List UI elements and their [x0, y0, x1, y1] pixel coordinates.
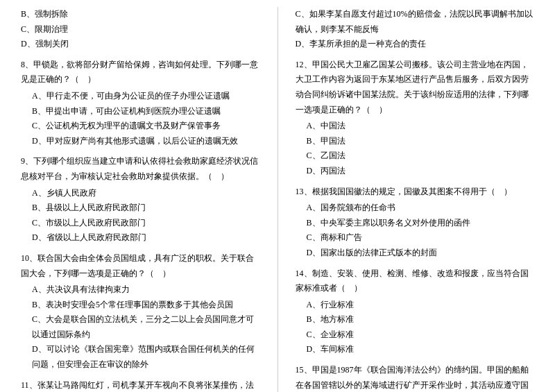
q10-optionD: D、可以讨论《联合国宪章》范围内或联合国任何机关的任何问题，但安理会正在审议的除… — [32, 342, 260, 372]
option-d-right: D、李某所承担的是一种克合的责任 — [296, 37, 535, 52]
q9-optionA: A、乡镇人民政府 — [32, 186, 260, 201]
q-bc-block: B、强制拆除 C、限期治理 D、强制关闭 — [21, 7, 260, 52]
q12-optionB: B、甲国法 — [307, 134, 535, 149]
option-c-right: C、如果李某自愿支付超过10%的赔偿金，法院以民事调解书加以确认，则李某不能反悔 — [296, 7, 535, 37]
q11-block: 11、张某让马路闯红灯，司机李某开车视向不良将张某撞伤，法院查明李某没有违章。依… — [21, 378, 260, 392]
q9-block: 9、下列哪个组织应当建立申请和认依得社会救助家庭经济状况信息核对平台，为审核认定… — [21, 154, 260, 246]
q14-options: A、行业标准 B、地方标准 C、企业标准 D、车间标准 — [307, 298, 535, 357]
q12-block: 12、甲国公民大卫雇乙国某公司搬移。该公司主营业地在丙国，大卫工作内容为返回于东… — [296, 58, 535, 179]
q15-text: 15、甲国是1987年《联合国海洋法公约》的缔约国。甲国的船舶在各国管辖以外的某… — [296, 363, 535, 392]
q13-optionA: A、国务院颁布的任命书 — [307, 201, 535, 216]
q13-optionD: D、国家出版的法律正式版本的封面 — [307, 246, 535, 261]
page-container: B、强制拆除 C、限期治理 D、强制关闭 8、甲锁匙，欲将部分财产留给保姆，咨询… — [21, 7, 534, 392]
q14-text: 14、制造、安装、使用、检测、维修、改造和报废，应当符合国家标准或者（ ） — [296, 266, 535, 296]
q9-optionB: B、县级以上人民政府民政部门 — [32, 201, 260, 216]
q8-optionB: B、甲提出申请，可由公证机构到医院办理公证遗嘱 — [32, 104, 260, 119]
q14-optionD: D、车间标准 — [307, 342, 535, 357]
q10-options: A、共决议具有法律拘束力 B、表决时安理会5个常任理事国的票数多于其他会员国 C… — [32, 282, 260, 373]
q12-optionD: D、丙国法 — [307, 164, 535, 179]
q8-optionA: A、甲行走不便，可由身为公证员的侄子办理公证遗嘱 — [32, 89, 260, 104]
q13-optionC: C、商标和广告 — [307, 230, 535, 246]
q10-block: 10、联合国大会由全体会员国组成，具有广泛的职权。关于联合国大会，下列哪一选项是… — [21, 251, 260, 373]
option-b: B、强制拆除 — [21, 7, 260, 22]
q15-block: 15、甲国是1987年《联合国海洋法公约》的缔约国。甲国的船舶在各国管辖以外的某… — [296, 363, 535, 392]
q12-optionA: A、中国法 — [307, 119, 535, 134]
option-c: C、限期治理 — [21, 22, 260, 37]
q9-options: A、乡镇人民政府 B、县级以上人民政府民政部门 C、市级以上人民政府民政部门 D… — [32, 186, 260, 246]
qcd-block: C、如果李某自愿支付超过10%的赔偿金，法院以民事调解书加以确认，则李某不能反悔… — [296, 7, 535, 52]
q9-optionD: D、省级以上人民政府民政部门 — [32, 230, 260, 246]
q13-block: 13、根据我国国徽法的规定，国徽及其图案不得用于（ ） A、国务院颁布的任命书 … — [296, 185, 535, 261]
q14-optionB: B、地方标准 — [307, 312, 535, 327]
q9-text: 9、下列哪个组织应当建立申请和认依得社会救助家庭经济状况信息核对平台，为审核认定… — [21, 154, 260, 184]
q11-text: 11、张某让马路闯红灯，司机李某开车视向不良将张某撞伤，法院查明李某没有违章。依… — [21, 378, 260, 392]
q8-options: A、甲行走不便，可由身为公证员的侄子办理公证遗嘱 B、甲提出申请，可由公证机构到… — [32, 89, 260, 148]
option-d: D、强制关闭 — [21, 37, 260, 52]
q13-optionB: B、中央军委主席以职务名义对外使用的函件 — [307, 216, 535, 231]
q8-text: 8、甲锁匙，欲将部分财产留给保姆，咨询如何处理。下列哪一意见是正确的？（ ） — [21, 58, 260, 87]
q10-optionC: C、大会是联合国的立法机关，三分之二以上会员国同意才可以通过国际条约 — [32, 312, 260, 342]
q10-text: 10、联合国大会由全体会员国组成，具有广泛的职权。关于联合国大会，下列哪一选项是… — [21, 251, 260, 281]
left-column: B、强制拆除 C、限期治理 D、强制关闭 8、甲锁匙，欲将部分财产留给保姆，咨询… — [21, 7, 260, 392]
q10-optionA: A、共决议具有法律拘束力 — [32, 282, 260, 298]
right-column: C、如果李某自愿支付超过10%的赔偿金，法院以民事调解书加以确认，则李某不能反悔… — [296, 7, 535, 392]
q14-block: 14、制造、安装、使用、检测、维修、改造和报废，应当符合国家标准或者（ ） A、… — [296, 266, 535, 358]
q14-optionA: A、行业标准 — [307, 298, 535, 313]
q13-text: 13、根据我国国徽法的规定，国徽及其图案不得用于（ ） — [296, 185, 535, 200]
q13-options: A、国务院颁布的任命书 B、中央军委主席以职务名义对外使用的函件 C、商标和广告… — [307, 201, 535, 260]
q9-optionC: C、市级以上人民政府民政部门 — [32, 216, 260, 231]
q12-text: 12、甲国公民大卫雇乙国某公司搬移。该公司主营业地在丙国，大卫工作内容为返回于东… — [296, 58, 535, 117]
column-divider — [278, 7, 278, 392]
q8-optionC: C、公证机构无权为理平的遗嘱文书及财产保管事务 — [32, 119, 260, 134]
q12-optionC: C、乙国法 — [307, 148, 535, 164]
q8-block: 8、甲锁匙，欲将部分财产留给保姆，咨询如何处理。下列哪一意见是正确的？（ ） A… — [21, 58, 260, 149]
q8-optionD: D、甲对应财产尚有其他形式遗嘱，以后公证的遗嘱无效 — [32, 134, 260, 149]
q12-options: A、中国法 B、甲国法 C、乙国法 D、丙国法 — [307, 119, 535, 178]
q14-optionC: C、企业标准 — [307, 327, 535, 343]
q10-optionB: B、表决时安理会5个常任理事国的票数多于其他会员国 — [32, 298, 260, 313]
